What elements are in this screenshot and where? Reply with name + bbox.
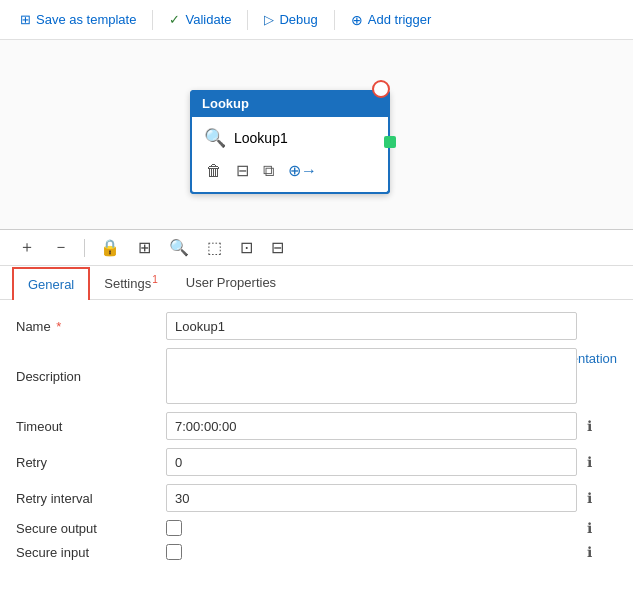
name-label-text: Name <box>16 319 51 334</box>
canvas-inner[interactable]: Lookup 🔍 Lookup1 🗑 ⊟ ⧉ ⊕→ <box>0 40 633 229</box>
tool-sep-1 <box>84 239 85 257</box>
tab-general[interactable]: General <box>12 267 90 300</box>
node-box: Lookup 🔍 Lookup1 🗑 ⊟ ⧉ ⊕→ <box>190 90 390 194</box>
description-label: Description <box>16 369 156 384</box>
save-icon: ⊞ <box>20 12 31 27</box>
tab-user-properties[interactable]: User Properties <box>172 267 290 298</box>
divider-2 <box>247 10 248 30</box>
node-delete-button[interactable]: 🗑 <box>204 160 224 182</box>
secure-input-label: Secure input <box>16 545 156 560</box>
tab-settings[interactable]: Settings1 <box>90 266 172 299</box>
node-lookup-icon: 🔍 <box>204 127 226 149</box>
name-label: Name * <box>16 319 156 334</box>
secure-output-row <box>166 520 577 536</box>
divider-3 <box>334 10 335 30</box>
secure-input-label-text: Secure input <box>16 545 89 560</box>
node-name-text: Lookup1 <box>234 130 288 146</box>
retry-label: Retry <box>16 455 156 470</box>
description-label-text: Description <box>16 369 81 384</box>
grid-tool-button[interactable]: ⊟ <box>266 235 289 260</box>
timeout-info-icon[interactable]: ℹ <box>587 418 617 434</box>
doc-area: ↗ Documentation <box>587 351 617 366</box>
add-trigger-button[interactable]: ⊕ Add trigger <box>343 8 440 32</box>
timeout-label: Timeout <box>16 419 156 434</box>
secure-output-info-icon[interactable]: ℹ <box>587 520 617 536</box>
main-toolbar: ⊞ Save as template ✓ Validate ▷ Debug ⊕ … <box>0 0 633 40</box>
node-label-row: 🔍 Lookup1 <box>204 127 376 149</box>
node-body: 🔍 Lookup1 🗑 ⊟ ⧉ ⊕→ <box>190 117 390 194</box>
node-copy-button[interactable]: ⊟ <box>234 159 251 182</box>
retry-interval-info-icon[interactable]: ℹ <box>587 490 617 506</box>
secure-input-row <box>166 544 577 560</box>
save-template-button[interactable]: ⊞ Save as template <box>12 8 144 31</box>
retry-interval-label: Retry interval <box>16 491 156 506</box>
validate-button[interactable]: ✓ Validate <box>161 8 239 31</box>
qr-tool-button[interactable]: ⊞ <box>133 235 156 260</box>
retry-input[interactable] <box>166 448 577 476</box>
retry-interval-label-text: Retry interval <box>16 491 93 506</box>
retry-label-text: Retry <box>16 455 47 470</box>
debug-button[interactable]: ▷ Debug <box>256 8 325 31</box>
timeout-input[interactable] <box>166 412 577 440</box>
retry-interval-input[interactable] <box>166 484 577 512</box>
secure-input-checkbox[interactable] <box>166 544 182 560</box>
name-input[interactable] <box>166 312 577 340</box>
secure-output-label-text: Secure output <box>16 521 97 536</box>
general-form: Name * ↗ Documentation Description Timeo… <box>0 300 633 572</box>
save-label: Save as template <box>36 12 136 27</box>
lock-tool-button[interactable]: 🔒 <box>95 235 125 260</box>
canvas-area: Lookup 🔍 Lookup1 🗑 ⊟ ⧉ ⊕→ <box>0 40 633 230</box>
tab-settings-label: Settings <box>104 276 151 291</box>
fit-tool-button[interactable]: ⊡ <box>235 235 258 260</box>
add-tool-button[interactable]: ＋ <box>14 234 40 261</box>
divider-1 <box>152 10 153 30</box>
debug-icon: ▷ <box>264 12 274 27</box>
canvas-toolbar: ＋ － 🔒 ⊞ 🔍 ⬚ ⊡ ⊟ <box>0 230 633 266</box>
retry-info-icon[interactable]: ℹ <box>587 454 617 470</box>
settings-badge: 1 <box>152 274 158 285</box>
node-header-text: Lookup <box>202 96 249 111</box>
node-green-dot <box>384 136 396 148</box>
node-top-circle <box>372 80 390 98</box>
timeout-label-text: Timeout <box>16 419 62 434</box>
validate-label: Validate <box>185 12 231 27</box>
secure-output-label: Secure output <box>16 521 156 536</box>
lookup-node[interactable]: Lookup 🔍 Lookup1 🗑 ⊟ ⧉ ⊕→ <box>190 90 390 194</box>
search-tool-button[interactable]: 🔍 <box>164 235 194 260</box>
node-duplicate-button[interactable]: ⧉ <box>261 160 276 182</box>
tab-bar: General Settings1 User Properties <box>0 266 633 300</box>
trigger-icon: ⊕ <box>351 12 363 28</box>
description-input[interactable] <box>166 348 577 404</box>
name-required: * <box>56 319 61 334</box>
remove-tool-button[interactable]: － <box>48 234 74 261</box>
secure-output-checkbox[interactable] <box>166 520 182 536</box>
select-tool-button[interactable]: ⬚ <box>202 235 227 260</box>
trigger-label: Add trigger <box>368 12 432 27</box>
node-connect-button[interactable]: ⊕→ <box>286 159 319 182</box>
tab-user-properties-label: User Properties <box>186 275 276 290</box>
node-header: Lookup <box>190 90 390 117</box>
validate-icon: ✓ <box>169 12 180 27</box>
node-actions: 🗑 ⊟ ⧉ ⊕→ <box>204 159 376 182</box>
secure-input-info-icon[interactable]: ℹ <box>587 544 617 560</box>
tab-general-label: General <box>28 277 74 292</box>
debug-label: Debug <box>279 12 317 27</box>
